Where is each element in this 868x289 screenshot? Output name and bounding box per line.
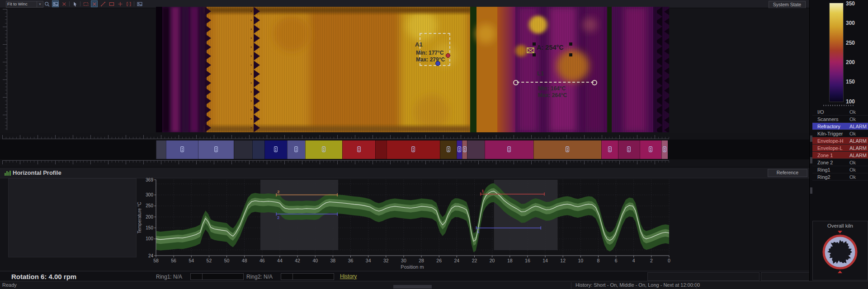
zone-segment[interactable] [601,140,618,159]
zone-segment[interactable] [462,140,467,159]
zone-segment[interactable] [264,140,287,159]
view-mode-select[interactable]: Fit to Winc [6,1,38,8]
status-row-refractory[interactable]: RefractoryALARM [812,123,868,130]
zone-segment[interactable] [156,140,166,159]
temperature-color-scale [829,3,844,102]
status-row-envelope-h[interactable]: Envelope-HALARM [812,137,868,144]
info-panel-blank-1 [647,272,760,281]
status-row-ring2[interactable]: Ring2Ok [812,173,868,181]
svg-text:1: 1 [477,229,479,234]
clear-tool-icon[interactable] [61,0,67,7]
spot-annotation-label[interactable]: A: 254°C [537,44,564,51]
overall-kiln-label: Overall kiln [813,223,868,228]
scale-tick-label: 150 [846,79,855,85]
status-row-zone-2[interactable]: Zone 2Ok [812,159,868,166]
status-row-value: Ok [849,131,868,136]
status-row-label: Envelope-H [812,138,849,144]
line-annotation-min: Min: 164°C [538,85,566,92]
x-tick-label: 50 [224,258,230,263]
line-annotation-line[interactable] [517,82,594,83]
zone-bar [156,140,669,159]
status-row-value: ALARM [849,124,868,129]
status-row-value: Ok [849,174,868,180]
x-tick-label: 4 [632,258,635,263]
x-tick-label: 44 [277,258,283,263]
zone-segment[interactable] [287,140,305,159]
zone-segment[interactable] [375,140,387,159]
x-tick-label: 28 [419,258,424,263]
zone-segment[interactable] [457,140,462,159]
profile-panel-title: Horizontal Profile [13,169,61,176]
status-row-kiln-trigger[interactable]: Kiln-TriggerOk [812,130,868,137]
thermometer-icon [649,146,652,154]
zone-segment[interactable] [305,140,342,159]
y-tick-label: 369 [146,177,153,182]
zone-segment[interactable] [166,140,198,159]
zone-segment[interactable] [661,140,668,159]
svg-text:2: 2 [277,215,279,220]
status-row-label: Zone 1 [812,153,849,158]
area-tool-icon[interactable] [82,0,89,7]
splitter-grip[interactable] [810,187,812,194]
reference-button[interactable]: Reference [768,169,807,177]
y-tick-label: 200 [146,214,153,219]
x-tick-label: 26 [436,258,442,263]
selection-handle[interactable] [533,53,536,56]
line-tool-icon[interactable] [99,0,106,7]
zone-segment[interactable] [618,140,640,159]
range-tool-icon[interactable] [125,0,132,7]
zone-segment[interactable] [252,140,264,159]
selection-handle[interactable] [533,42,536,46]
status-row-value: ALARM [849,138,868,144]
overall-kiln-gauge [813,228,868,277]
kiln-info-bar: Rotation 6: 4.00 rpm Ring1: N/A Ring2: N… [0,271,809,281]
snapshot-tool-icon[interactable] [136,0,143,7]
select-tool-icon[interactable] [71,0,78,7]
line-endpoint[interactable] [592,80,597,85]
zone-segment[interactable] [440,140,457,159]
status-row-envelope-l[interactable]: Envelope-LALARM [812,144,868,152]
zone-segment[interactable] [467,140,485,159]
thermometer-icon [566,146,569,154]
spot-tool-icon[interactable] [117,0,123,7]
selection-handle[interactable] [569,42,572,46]
zone-segment[interactable] [533,140,601,159]
panel-splitter[interactable] [823,105,855,106]
status-row-scanners[interactable]: ScannersOk [812,116,868,123]
x-tick-label: 32 [383,258,389,263]
x-tick-label: 46 [259,258,265,263]
y-tick-label: 150 [146,225,153,230]
zoom-tool-icon[interactable] [43,0,50,7]
zone-segment[interactable] [234,140,252,159]
line-endpoint[interactable] [513,80,519,85]
max-temp-marker-dot [446,53,450,58]
x-tick-label: 6 [615,258,618,263]
zone-segment[interactable] [387,140,440,159]
delete-annotation-tool-icon[interactable] [91,0,98,7]
image-view-tool-icon[interactable] [52,0,59,7]
status-row-ring1[interactable]: Ring1Ok [812,166,868,173]
x-tick-label: 42 [295,258,300,263]
history-status-text: History: Short - On, Middle - On, Long -… [576,282,700,288]
x-axis-title: Position m [401,264,424,270]
chevron-down-icon[interactable]: v [37,1,43,8]
selection-handle[interactable] [569,53,572,56]
x-tick-label: 12 [560,258,566,263]
status-row-i-o[interactable]: I/OOk [812,108,868,116]
thermometer-icon [663,146,666,154]
zone-segment[interactable] [198,140,234,159]
svg-text:1: 1 [481,189,484,193]
ring1-value-box [190,273,203,280]
toolbar-separator [69,1,70,6]
status-row-zone-1[interactable]: Zone 1ALARM [812,152,868,159]
zone-segment[interactable] [640,140,661,159]
ring2-value-box [281,273,293,280]
thermometer-icon [294,146,298,154]
system-state-button[interactable]: System State [769,1,806,9]
thermal-image[interactable]: A1 Min: 177°C Max: 279°C A: 254°C L1 Min… [156,7,669,132]
history-link[interactable]: History [340,273,357,280]
zone-segment[interactable] [485,140,533,159]
zone-segment[interactable] [342,140,375,159]
rect-tool-icon[interactable] [108,0,115,7]
right-sidebar: 350300250200150100 I/OOkScannersOkRefrac… [809,0,868,281]
